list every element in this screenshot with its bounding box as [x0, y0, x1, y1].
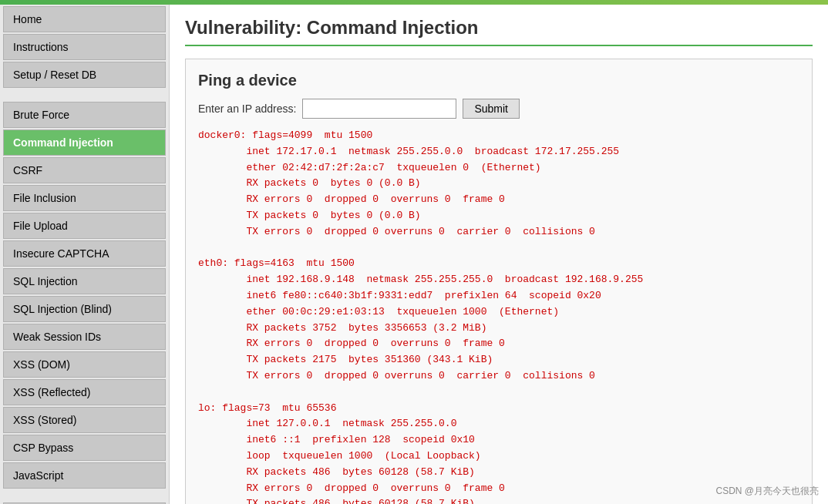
sidebar-item-file-inclusion[interactable]: File Inclusion — [3, 185, 166, 211]
sidebar-divider-2 — [0, 492, 169, 501]
sidebar-item-weak-session-ids[interactable]: Weak Session IDs — [3, 324, 166, 350]
ping-card: Ping a device Enter an IP address: Submi… — [185, 59, 813, 504]
sidebar-item-csrf[interactable]: CSRF — [3, 157, 166, 183]
command-output: docker0: flags=4099 mtu 1500 inet 172.17… — [198, 128, 799, 504]
sidebar-item-sql-injection[interactable]: SQL Injection — [3, 268, 166, 294]
sidebar-section-top: Home Instructions Setup / Reset DB — [0, 6, 169, 88]
ip-label: Enter an IP address: — [198, 102, 296, 115]
layout: Home Instructions Setup / Reset DB Brute… — [0, 5, 828, 504]
sidebar-item-javascript[interactable]: JavaScript — [3, 462, 166, 489]
page-title: Vulnerability: Command Injection — [185, 17, 813, 46]
input-row: Enter an IP address: Submit — [198, 99, 799, 119]
sidebar-item-home[interactable]: Home — [3, 6, 166, 32]
sidebar-item-sql-injection-blind[interactable]: SQL Injection (Blind) — [3, 296, 166, 322]
sidebar-item-xss-reflected[interactable]: XSS (Reflected) — [3, 379, 166, 405]
sidebar-item-command-injection[interactable]: Command Injection — [3, 129, 166, 156]
sidebar-item-setup[interactable]: Setup / Reset DB — [3, 62, 166, 88]
sidebar-section-vulns: Brute Force Command Injection CSRF File … — [0, 102, 169, 489]
ip-input[interactable] — [302, 99, 456, 119]
watermark: CSDN @月亮今天也很亮 — [715, 485, 819, 498]
submit-button[interactable]: Submit — [463, 99, 520, 119]
sidebar-item-brute-force[interactable]: Brute Force — [3, 102, 166, 128]
card-title: Ping a device — [198, 72, 799, 89]
main-content: Vulnerability: Command Injection Ping a … — [170, 5, 828, 504]
sidebar-item-xss-dom[interactable]: XSS (DOM) — [3, 351, 166, 378]
sidebar-divider-1 — [0, 91, 169, 100]
sidebar-item-xss-stored[interactable]: XSS (Stored) — [3, 407, 166, 433]
sidebar-item-file-upload[interactable]: File Upload — [3, 213, 166, 239]
sidebar-item-csp-bypass[interactable]: CSP Bypass — [3, 435, 166, 461]
sidebar: Home Instructions Setup / Reset DB Brute… — [0, 5, 170, 504]
sidebar-item-instructions[interactable]: Instructions — [3, 34, 166, 60]
sidebar-item-insecure-captcha[interactable]: Insecure CAPTCHA — [3, 240, 166, 267]
